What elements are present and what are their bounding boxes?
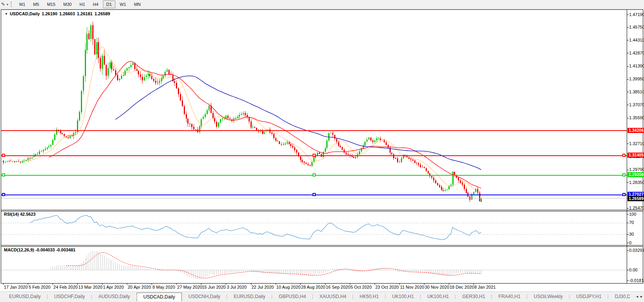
date-tick-label: 11 Nov 2020 — [400, 285, 424, 289]
chart-tab-usdchf-daily[interactable]: USDCHF,Daily — [48, 293, 92, 301]
rsi-level-label: 0 — [629, 240, 644, 245]
macd-axis-label: 0.00 — [629, 267, 644, 272]
chart-title: ▼ USDCAD,Daily 1.26190 1.26603 1.26181 1… — [5, 11, 110, 16]
chart-tab-ger30-h1[interactable]: GER30,H1 — [456, 293, 492, 301]
chart-tab-bar: EURUSD,DailyUSDCHF,DailyAUDUSD,DailyUSDC… — [0, 291, 644, 302]
price-tick-label: 1.37070 — [629, 102, 644, 107]
date-tick-label: 28 Aug 2020 — [301, 285, 326, 289]
chart-tab-gbpusd-h4[interactable]: GBPUSD,H4 — [272, 293, 313, 301]
mt4-terminal: ✎ ▾ M1M5M15M30H1H4D1W1MN ▼ USDCAD,Daily … — [0, 0, 644, 302]
price-tick-label: 1.28350 — [629, 180, 644, 185]
price-tick-label: 1.47190 — [629, 12, 644, 17]
bid-price-label: 1.26589 — [628, 196, 644, 201]
date-tick-label: 5 Feb 2020 — [29, 285, 51, 289]
chart-tabs: EURUSD,DailyUSDCHF,DailyAUDUSD,DailyUSDC… — [2, 293, 630, 302]
ohlc-low: 1.26181 — [77, 11, 93, 16]
rsi-level-label: 100 — [629, 212, 644, 216]
chart-tab-uk100-h1[interactable]: UK100,H1 — [421, 293, 456, 301]
ohlc-close: 1.26589 — [95, 11, 110, 16]
chart-tab-fra40-h1[interactable]: FRA40,H1 — [492, 293, 527, 301]
date-tick-label: 18 Dec 2020 — [450, 285, 474, 289]
price-tick-label: 1.42870 — [629, 51, 644, 55]
chart-tab-usdcad-daily[interactable]: USDCAD,Daily — [137, 293, 182, 301]
chart-tab-hk50-h1[interactable]: HK50,H1 — [353, 293, 386, 301]
date-tick-label: 8 May 2020 — [152, 285, 175, 289]
date-tick-label: 13 Mar 2020 — [78, 285, 102, 289]
chart-tab-eurusd-daily[interactable]: EURUSD,Daily — [2, 293, 48, 301]
chart-tab-uk100-h1[interactable]: UK100,H1 — [386, 293, 421, 301]
date-tick-label: 15 Jun 2020 — [202, 285, 226, 289]
rsi-level-label: 70 — [629, 220, 644, 225]
price-tick-label: 1.39950 — [629, 76, 644, 81]
price-tick-label: 1.45750 — [629, 25, 644, 29]
hline-price-label: 1.34206 — [628, 128, 644, 133]
macd-axis-label: -0.018154 — [629, 278, 644, 283]
price-tick-label: 1.32710 — [629, 141, 644, 146]
price-tick-label: 1.44310 — [629, 38, 644, 42]
symbol-label: USDCAD,Daily — [10, 11, 40, 16]
date-tick-label: 10 Aug 2020 — [276, 285, 301, 289]
date-tick-label: 1 Apr 2020 — [103, 285, 124, 289]
date-tick-label: 20 Apr 2020 — [128, 285, 151, 289]
chart-canvas[interactable] — [0, 0, 644, 302]
rsi-label: RSI(14) 42.5623 — [4, 212, 36, 216]
ohlc-high: 1.26603 — [59, 11, 75, 16]
ohlc-open: 1.26190 — [42, 11, 57, 16]
price-tick-label: 1.35590 — [629, 115, 644, 120]
date-tick-label: 23 Oct 2020 — [375, 285, 399, 289]
price-tick-label: 1.29790 — [629, 167, 644, 172]
date-tick-label: 22 Jul 2020 — [252, 285, 274, 289]
collapse-triangle-icon[interactable]: ▼ — [5, 12, 8, 16]
macd-label: MACD(12,26,9) -0.004033 -0.003481 — [4, 247, 75, 252]
chart-tab-usdcnh-daily[interactable]: USDCNH,Daily — [182, 293, 227, 301]
date-tick-label: 24 Feb 2020 — [53, 285, 78, 289]
date-tick-label: 17 Jan 2020 — [4, 285, 28, 289]
chart-tab-usdjpy-h1[interactable]: USDJPY,H1 — [569, 293, 608, 301]
tab-scroll-left-icon[interactable]: ◂ — [636, 294, 638, 298]
hline-price-label: 1.29208 — [628, 172, 644, 177]
price-tick-label: 1.41390 — [629, 64, 644, 68]
date-tick-label: 27 May 2020 — [177, 285, 202, 289]
price-tick-label: 1.25470 — [629, 206, 644, 210]
date-tick-label: 16 Sep 2020 — [326, 285, 350, 289]
chart-tab-usoil-weekly[interactable]: USOil,Weekly — [527, 293, 569, 301]
date-tick-label: 3 Jul 2020 — [227, 285, 247, 289]
price-tick-label: 1.38510 — [629, 89, 644, 94]
tab-scroll-right-icon[interactable]: ▸ — [640, 294, 642, 298]
hline-price-label: 1.31405 — [628, 153, 644, 158]
chart-tab-audusd-daily[interactable]: AUDUSD,Daily — [91, 293, 137, 301]
rsi-level-label: 30 — [629, 232, 644, 237]
date-tick-label: 30 Nov 2020 — [425, 285, 449, 289]
date-tick-label: 5 Oct 2020 — [351, 285, 372, 289]
chart-tab-eurusd-daily[interactable]: EURUSD,Daily — [227, 293, 272, 301]
date-tick-label: 8 Jan 2021 — [474, 285, 496, 289]
macd-axis-label: 0.032972 — [629, 248, 644, 253]
chart-tab-dj30-daily[interactable]: DJ30,Daily — [608, 293, 630, 301]
chart-tab-xauusd-h4[interactable]: XAUUSD,H4 — [313, 293, 353, 301]
